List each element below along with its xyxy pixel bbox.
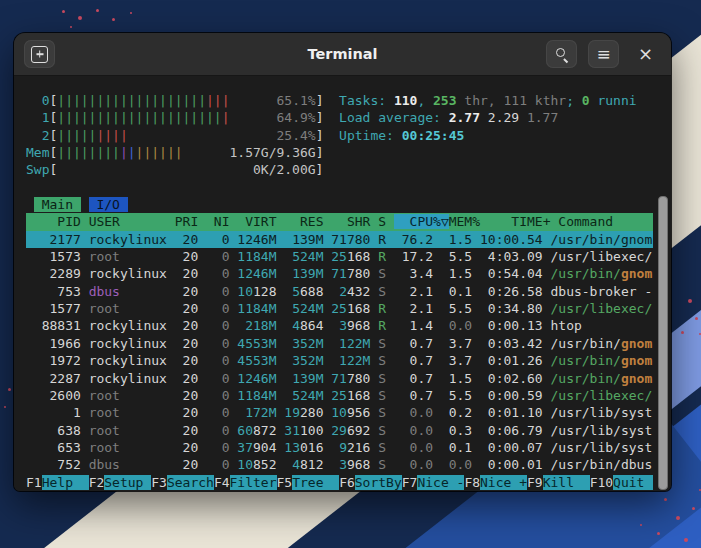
mem-meter: Mem[|||||||||||||||| 1.57G/9.36G]: [26, 144, 653, 161]
fn-filter[interactable]: F4Filter: [214, 475, 277, 490]
new-tab-button[interactable]: [24, 40, 55, 68]
table-header: PID USER PRI NI VIRT RES SHR S CPU%▽MEM%…: [26, 213, 653, 230]
fn-quit[interactable]: F10Quit: [590, 475, 653, 490]
fn-nice-[interactable]: F7Nice -: [402, 475, 465, 490]
search-button[interactable]: [546, 40, 577, 68]
wallpaper-speckle: [70, 26, 72, 28]
column-header-shr[interactable]: SHR: [331, 214, 370, 229]
fn-search[interactable]: F3Search: [151, 475, 214, 490]
close-icon: ×: [638, 45, 653, 63]
wallpaper-speckle: [676, 516, 680, 520]
process-row-88831[interactable]: 88831 rockylinux 20 0 218M 4864 3968 R 1…: [26, 317, 653, 334]
column-header-ni[interactable]: NI: [206, 214, 229, 229]
process-row-1577[interactable]: 1577 root 20 0 1184M 524M 25168 R 2.1 5.…: [26, 300, 653, 317]
process-row-1972[interactable]: 1972 rockylinux 20 0 4553M 352M 122M S 0…: [26, 352, 653, 369]
cpu-meter-0: 0[|||||||||||||||||||||| 65.1%] Tasks: 1…: [26, 92, 653, 109]
menu-button[interactable]: ≡: [588, 40, 619, 68]
wallpaper-speckle: [130, 12, 132, 14]
wallpaper-speckle: [78, 16, 82, 20]
column-header-mem[interactable]: MEM%: [449, 214, 480, 229]
tab-main[interactable]: Main: [34, 197, 81, 212]
fn-help[interactable]: F1Help: [26, 475, 89, 490]
wallpaper-speckle: [640, 524, 642, 526]
blank-line: [26, 179, 653, 196]
wallpaper-speckle: [657, 532, 660, 535]
column-header-res[interactable]: RES: [284, 214, 323, 229]
swp-meter: Swp[ 0K/2.00G]: [26, 161, 653, 178]
wallpaper-speckle: [62, 10, 65, 13]
close-button[interactable]: ×: [630, 40, 661, 68]
process-row-1966[interactable]: 1966 rockylinux 20 0 4553M 352M 122M S 0…: [26, 335, 653, 352]
terminal-window: Terminal ≡ × 0[|||||||||||||||||||||| 65…: [14, 33, 671, 491]
process-row-2177[interactable]: 2177 rockylinux 20 0 1246M 139M 71780 R …: [26, 231, 653, 248]
wallpaper-speckle: [695, 317, 698, 320]
column-header-user[interactable]: USER: [89, 214, 167, 229]
fn-kill[interactable]: F9Kill: [527, 475, 590, 490]
function-key-bar: F1Help F2Setup F3SearchF4FilterF5Tree F6…: [26, 474, 653, 491]
wallpaper-speckle: [112, 18, 115, 21]
fn-nice+[interactable]: F8Nice +: [464, 475, 527, 490]
column-header-cpu[interactable]: CPU%▽: [394, 214, 449, 229]
wallpaper-speckle: [688, 299, 692, 303]
process-row-752[interactable]: 752 dbus 20 0 10852 4812 3968 S 0.0 0.0 …: [26, 456, 653, 473]
fn-sortby[interactable]: F6SortBy: [339, 475, 402, 490]
column-header-time[interactable]: TIME+: [488, 214, 551, 229]
process-row-2287[interactable]: 2287 rockylinux 20 0 1246M 139M 71780 S …: [26, 370, 653, 387]
process-row-2289[interactable]: 2289 rockylinux 20 0 1246M 139M 71780 S …: [26, 265, 653, 282]
fn-tree[interactable]: F5Tree: [277, 475, 340, 490]
screen-tabs: Main I/O: [26, 196, 653, 213]
process-row-2600[interactable]: 2600 root 20 0 1184M 524M 25168 S 0.7 5.…: [26, 387, 653, 404]
column-header-command[interactable]: Command: [558, 214, 613, 229]
wallpaper-speckle: [681, 331, 684, 334]
new-tab-icon: [31, 46, 48, 63]
column-header-pri[interactable]: PRI: [175, 214, 198, 229]
wallpaper-speckle: [684, 538, 688, 542]
tab-io[interactable]: I/O: [89, 197, 128, 212]
wallpaper-speckle: [8, 388, 11, 391]
wallpaper-speckle: [96, 9, 99, 12]
scrollbar-thumb[interactable]: [658, 196, 668, 490]
process-row-1[interactable]: 1 root 20 0 172M 19280 10956 S 0.0 0.2 0…: [26, 404, 653, 421]
wallpaper-speckle: [664, 498, 667, 501]
cpu-meter-2: 2[||||||||| 25.4%] Uptime: 00:25:45: [26, 127, 653, 144]
process-row-638[interactable]: 638 root 20 0 60872 31100 29692 S 0.0 0.…: [26, 422, 653, 439]
column-header-s[interactable]: S: [378, 214, 386, 229]
process-row-653[interactable]: 653 root 20 0 37904 13016 9216 S 0.0 0.1…: [26, 439, 653, 456]
headerbar: Terminal ≡ ×: [14, 33, 671, 76]
process-row-1573[interactable]: 1573 root 20 0 1184M 524M 25168 R 17.2 5…: [26, 248, 653, 265]
menu-icon: ≡: [596, 46, 610, 63]
wallpaper-speckle: [692, 507, 695, 510]
cpu-meter-1: 1[|||||||||||||||||||||| 64.9%] Load ave…: [26, 109, 653, 126]
search-icon: [555, 47, 569, 61]
process-row-753[interactable]: 753 dbus 20 0 10128 5688 2432 S 2.1 0.1 …: [26, 283, 653, 300]
column-header-virt[interactable]: VIRT: [237, 214, 276, 229]
wallpaper-speckle: [4, 406, 6, 408]
terminal-content: 0[|||||||||||||||||||||| 65.1%] Tasks: 1…: [14, 76, 671, 491]
fn-setup[interactable]: F2Setup: [89, 475, 152, 490]
column-header-pid[interactable]: PID: [26, 214, 81, 229]
